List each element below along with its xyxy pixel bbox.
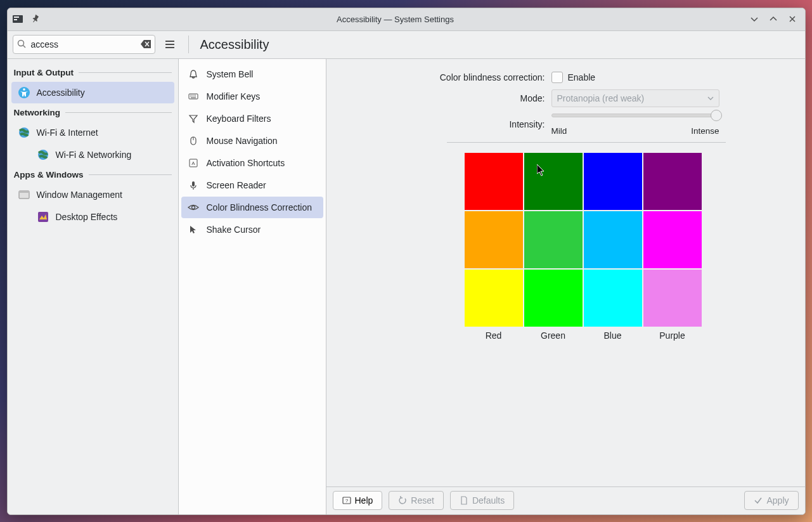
reset-button[interactable]: Reset bbox=[389, 491, 444, 510]
subnav-item-shake-cursor[interactable]: Shake Cursor bbox=[181, 219, 323, 240]
svg-rect-1 bbox=[14, 16, 19, 18]
separator bbox=[447, 142, 726, 143]
color-swatch bbox=[465, 153, 523, 210]
color-swatch-grid bbox=[465, 153, 702, 327]
color-swatch bbox=[465, 211, 523, 268]
category-header: Input & Output bbox=[11, 64, 174, 81]
subnav-item-label: Activation Shortcuts bbox=[207, 158, 285, 168]
minimize-button[interactable] bbox=[749, 14, 759, 24]
settings-window: Accessibility — System Settings Accessib… bbox=[7, 8, 806, 515]
subnav-item-screen-reader[interactable]: Screen Reader bbox=[181, 174, 323, 196]
color-swatch bbox=[524, 270, 583, 327]
intensity-slider[interactable] bbox=[551, 114, 719, 117]
mode-label: Mode: bbox=[345, 93, 551, 103]
toolbar: Accessibility bbox=[8, 31, 805, 59]
color-swatch bbox=[584, 211, 642, 268]
svg-text:?: ? bbox=[345, 498, 348, 504]
subnav-item-system-bell[interactable]: System Bell bbox=[181, 63, 323, 85]
intensity-max-label: Intense bbox=[691, 126, 719, 136]
subnav-item-label: Modifier Keys bbox=[207, 91, 261, 101]
color-swatch bbox=[465, 270, 523, 327]
clear-search-icon[interactable] bbox=[141, 39, 151, 51]
pin-icon[interactable] bbox=[29, 13, 42, 25]
color-column-label: Blue bbox=[584, 330, 642, 341]
category-header: Networking bbox=[11, 104, 174, 121]
shortcut-icon: A bbox=[188, 157, 199, 169]
mode-value: Protanopia (red weak) bbox=[557, 93, 645, 103]
sidebar-item-label: Window Management bbox=[37, 190, 122, 200]
mouse-icon bbox=[188, 135, 199, 147]
subnav-item-keyboard-filters[interactable]: Keyboard Filters bbox=[181, 108, 323, 129]
cursor-icon bbox=[188, 224, 199, 235]
color-column-label: Red bbox=[465, 330, 523, 341]
svg-line-4 bbox=[23, 46, 25, 48]
sidebar-item-label: Wi-Fi & Internet bbox=[37, 127, 98, 138]
color-swatch bbox=[643, 211, 702, 268]
close-button[interactable] bbox=[787, 14, 797, 24]
search-input[interactable] bbox=[13, 35, 155, 54]
intensity-label: Intensity: bbox=[345, 119, 551, 129]
subcategory-sidebar: System BellModifier KeysKeyboard Filters… bbox=[179, 59, 326, 514]
subnav-item-label: Screen Reader bbox=[207, 180, 266, 190]
enable-label[interactable]: Enable bbox=[568, 72, 596, 82]
app-icon bbox=[11, 13, 24, 25]
search-icon bbox=[17, 39, 27, 51]
page-title: Accessibility bbox=[198, 37, 269, 52]
bell-icon bbox=[188, 69, 199, 80]
effects-icon bbox=[37, 211, 49, 223]
color-swatch bbox=[643, 153, 702, 210]
svg-rect-10 bbox=[19, 191, 29, 193]
window-title: Accessibility — System Settings bbox=[42, 15, 749, 24]
chevron-down-icon bbox=[707, 93, 714, 103]
sidebar-item-window-management[interactable]: Window Management bbox=[11, 184, 174, 206]
category-sidebar: Input & OutputAccessibilityNetworkingWi-… bbox=[8, 59, 179, 514]
mic-icon bbox=[188, 179, 199, 191]
maximize-button[interactable] bbox=[768, 14, 778, 24]
globe-icon bbox=[18, 126, 30, 139]
category-header: Apps & Windows bbox=[11, 166, 174, 183]
color-column-label: Purple bbox=[643, 330, 702, 341]
subnav-item-activation-shortcuts[interactable]: AActivation Shortcuts bbox=[181, 152, 323, 174]
color-column-labels: RedGreenBluePurple bbox=[465, 330, 702, 341]
color-swatch bbox=[643, 270, 702, 327]
subnav-item-color-blindness-correction[interactable]: Color Blindness Correction bbox=[181, 197, 323, 218]
help-button[interactable]: ? Help bbox=[333, 491, 383, 510]
filter-icon bbox=[188, 113, 199, 124]
color-column-label: Green bbox=[524, 330, 583, 341]
svg-rect-11 bbox=[38, 212, 48, 222]
subnav-item-label: Shake Cursor bbox=[207, 225, 261, 235]
mode-combobox[interactable]: Protanopia (red weak) bbox=[551, 89, 719, 107]
accessibility-icon bbox=[18, 86, 30, 99]
color-swatch bbox=[524, 153, 583, 210]
menu-button[interactable] bbox=[160, 35, 179, 54]
divider bbox=[188, 36, 189, 53]
slider-thumb[interactable] bbox=[711, 110, 722, 121]
intensity-min-label: Mild bbox=[551, 126, 567, 136]
check-icon bbox=[754, 496, 763, 505]
subnav-item-label: System Bell bbox=[207, 69, 254, 79]
subnav-item-modifier-keys[interactable]: Modifier Keys bbox=[181, 86, 323, 107]
sidebar-item-wi-fi-internet[interactable]: Wi-Fi & Internet bbox=[11, 122, 174, 143]
svg-text:A: A bbox=[191, 160, 195, 166]
sidebar-item-accessibility[interactable]: Accessibility bbox=[11, 82, 174, 103]
defaults-button[interactable]: Defaults bbox=[450, 491, 514, 510]
enable-checkbox[interactable] bbox=[551, 72, 563, 83]
svg-rect-2 bbox=[14, 19, 17, 20]
color-swatch bbox=[524, 211, 583, 268]
svg-point-6 bbox=[23, 88, 25, 91]
svg-point-18 bbox=[191, 206, 195, 209]
content-area: Color blindness correction: Enable Mode:… bbox=[326, 59, 805, 514]
undo-icon bbox=[398, 496, 407, 505]
sidebar-item-desktop-effects[interactable]: Desktop Effects bbox=[30, 206, 174, 228]
globe-icon bbox=[37, 148, 49, 161]
eye-icon bbox=[188, 202, 199, 213]
window-icon bbox=[18, 188, 30, 201]
apply-button[interactable]: Apply bbox=[744, 491, 798, 510]
document-icon bbox=[460, 496, 468, 505]
color-swatch bbox=[584, 153, 642, 210]
subnav-item-mouse-navigation[interactable]: Mouse Navigation bbox=[181, 130, 323, 152]
help-icon: ? bbox=[342, 496, 351, 505]
keyboard-icon bbox=[188, 91, 199, 102]
svg-rect-17 bbox=[192, 181, 195, 186]
sidebar-item-wi-fi-networking[interactable]: Wi-Fi & Networking bbox=[30, 144, 174, 166]
